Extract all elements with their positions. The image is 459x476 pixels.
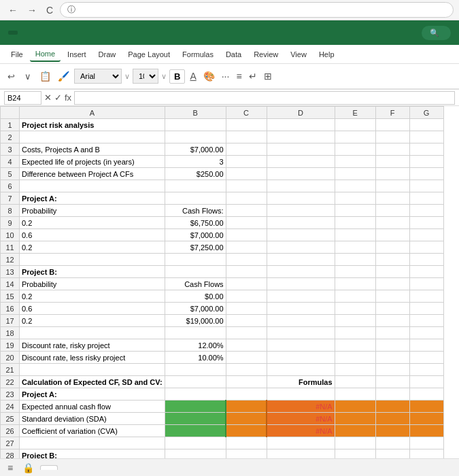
cell-17-f[interactable] <box>375 315 409 327</box>
cell-14-d[interactable] <box>267 278 335 290</box>
cell-22-f[interactable] <box>375 376 409 388</box>
cell-4-a[interactable]: Expected life of projects (in years) <box>20 156 165 168</box>
cell-reference-input[interactable] <box>4 91 41 105</box>
cell-2-b[interactable] <box>165 131 226 143</box>
cell-3-e[interactable] <box>335 143 375 156</box>
menu-data[interactable]: Data <box>220 48 247 61</box>
cell-8-a[interactable]: Probability <box>20 205 165 217</box>
cell-24-g[interactable] <box>409 401 443 413</box>
row-header-22[interactable]: 22 <box>1 376 20 388</box>
cell-16-a[interactable]: 0.6 <box>20 303 165 315</box>
cell-1-a[interactable]: Project risk analysis <box>20 119 165 131</box>
refresh-button[interactable]: C <box>44 3 56 17</box>
sheet1-tab[interactable] <box>40 465 58 470</box>
menu-help[interactable]: Help <box>313 48 340 61</box>
cell-18-g[interactable] <box>409 327 443 339</box>
cell-18-f[interactable] <box>375 327 409 339</box>
font-select[interactable]: Arial <box>74 69 122 84</box>
cell-27-e[interactable] <box>335 437 375 449</box>
cell-7-a[interactable]: Project A: <box>20 192 165 205</box>
cell-27-c[interactable] <box>226 437 267 449</box>
cell-18-a[interactable] <box>20 327 165 339</box>
cell-23-f[interactable] <box>375 388 409 401</box>
cell-2-g[interactable] <box>409 131 443 143</box>
formula-input[interactable] <box>74 91 455 105</box>
cell-19-c[interactable] <box>226 339 267 352</box>
cell-2-c[interactable] <box>226 131 267 143</box>
row-header-5[interactable]: 5 <box>1 168 20 180</box>
cell-10-g[interactable] <box>409 229 443 241</box>
cell-6-c[interactable] <box>226 180 267 192</box>
cell-16-c[interactable] <box>226 303 267 315</box>
cell-16-d[interactable] <box>267 303 335 315</box>
cell-24-d[interactable]: #N/A <box>267 401 335 413</box>
cell-24-b[interactable] <box>165 401 226 413</box>
cell-8-b[interactable]: Cash Flows: <box>165 205 226 217</box>
color-fill-icon[interactable]: 🎨 <box>201 69 217 84</box>
row-header-28[interactable]: 28 <box>1 449 20 459</box>
cell-9-b[interactable]: $6,750.00 <box>165 217 226 229</box>
cell-26-d[interactable]: #N/A <box>267 425 335 437</box>
row-header-20[interactable]: 20 <box>1 352 20 364</box>
merge-icon[interactable]: ⊞ <box>262 69 274 84</box>
cell-15-f[interactable] <box>375 290 409 303</box>
row-header-19[interactable]: 19 <box>1 339 20 352</box>
cell-27-d[interactable] <box>267 437 335 449</box>
cell-2-e[interactable] <box>335 131 375 143</box>
cell-18-c[interactable] <box>226 327 267 339</box>
row-header-12[interactable]: 12 <box>1 254 20 266</box>
cell-11-f[interactable] <box>375 241 409 254</box>
url-bar[interactable]: ⓘ <box>60 2 454 18</box>
cell-13-c[interactable] <box>226 266 267 278</box>
cell-8-g[interactable] <box>409 205 443 217</box>
cell-6-f[interactable] <box>375 180 409 192</box>
cell-25-c[interactable] <box>226 413 267 425</box>
fx-icon[interactable]: fx <box>65 92 71 103</box>
cell-11-d[interactable] <box>267 241 335 254</box>
cell-9-a[interactable]: 0.2 <box>20 217 165 229</box>
cell-5-a[interactable]: Difference between Project A CFs <box>20 168 165 180</box>
row-header-6[interactable]: 6 <box>1 180 20 192</box>
cell-7-g[interactable] <box>409 192 443 205</box>
row-header-26[interactable]: 26 <box>1 425 20 437</box>
cell-21-b[interactable] <box>165 364 226 376</box>
cell-28-e[interactable] <box>335 449 375 459</box>
cell-12-b[interactable] <box>165 254 226 266</box>
cell-23-c[interactable] <box>226 388 267 401</box>
lock-icon[interactable]: 🔒 <box>19 461 37 475</box>
underline-icon[interactable]: A <box>188 69 198 84</box>
sheets-menu-icon[interactable]: ≡ <box>4 461 16 475</box>
cell-3-b[interactable]: $7,000.00 <box>165 143 226 156</box>
cell-20-d[interactable] <box>267 352 335 364</box>
cell-28-g[interactable] <box>409 449 443 459</box>
cell-20-f[interactable] <box>375 352 409 364</box>
cell-16-b[interactable]: $7,000.00 <box>165 303 226 315</box>
row-header-13[interactable]: 13 <box>1 266 20 278</box>
cell-22-c[interactable] <box>226 376 267 388</box>
row-header-7[interactable]: 7 <box>1 192 20 205</box>
cell-27-g[interactable] <box>409 437 443 449</box>
cell-12-a[interactable] <box>20 254 165 266</box>
cell-7-d[interactable] <box>267 192 335 205</box>
cell-10-c[interactable] <box>226 229 267 241</box>
cell-6-a[interactable] <box>20 180 165 192</box>
cell-16-f[interactable] <box>375 303 409 315</box>
cell-16-e[interactable] <box>335 303 375 315</box>
cell-24-e[interactable] <box>335 401 375 413</box>
cell-19-f[interactable] <box>375 339 409 352</box>
cell-4-b[interactable]: 3 <box>165 156 226 168</box>
cell-5-c[interactable] <box>226 168 267 180</box>
cell-3-a[interactable]: Costs, Projects A and B <box>20 143 165 156</box>
cell-19-a[interactable]: Discount rate, risky project <box>20 339 165 352</box>
cell-15-g[interactable] <box>409 290 443 303</box>
cell-15-a[interactable]: 0.2 <box>20 290 165 303</box>
cell-4-d[interactable] <box>267 156 335 168</box>
cell-25-e[interactable] <box>335 413 375 425</box>
cell-27-f[interactable] <box>375 437 409 449</box>
cell-27-a[interactable] <box>20 437 165 449</box>
cell-17-d[interactable] <box>267 315 335 327</box>
cell-18-b[interactable] <box>165 327 226 339</box>
cell-17-c[interactable] <box>226 315 267 327</box>
cell-12-e[interactable] <box>335 254 375 266</box>
cell-9-e[interactable] <box>335 217 375 229</box>
